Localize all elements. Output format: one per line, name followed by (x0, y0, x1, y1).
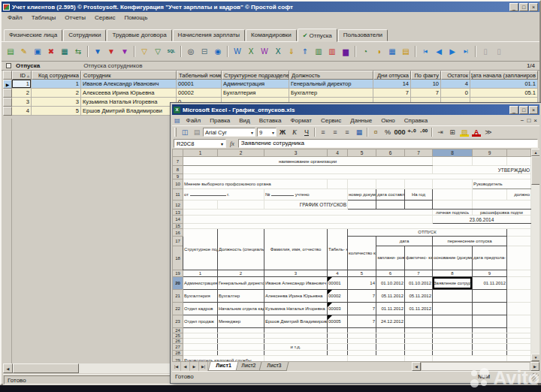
tab-Отпуска[interactable]: ✔Отпуска (298, 29, 337, 42)
sheet-cell[interactable] (183, 344, 218, 351)
sheet-cell[interactable]: 7 (348, 315, 376, 328)
sheet-cell[interactable] (433, 339, 473, 344)
menu-item-Сервис[interactable]: Сервис (316, 116, 346, 125)
sheet-cell[interactable] (183, 210, 433, 216)
menu-item-Данные[interactable]: Данные (346, 116, 376, 125)
excel-minimize-button[interactable]: _ (509, 106, 518, 114)
sheet-cell[interactable] (328, 351, 348, 356)
sheet-cell[interactable]: 3 (264, 270, 328, 277)
nav-next-icon[interactable]: ▶ (446, 46, 458, 58)
sheet-cell[interactable] (264, 351, 328, 356)
cell-etc[interactable]: и т.д. (264, 344, 328, 351)
sheet-cell[interactable] (433, 328, 473, 333)
row-header[interactable]: 28 (173, 351, 183, 356)
sheet-cell[interactable] (328, 333, 348, 339)
sheet-cell[interactable]: 7 (348, 290, 376, 303)
delete-record-icon[interactable]: ✖ (45, 46, 57, 58)
reminder-icon[interactable]: ◔ (359, 46, 371, 58)
sheet-cell[interactable]: Отдел кадров (183, 303, 218, 315)
doc-minimize-button[interactable]: − (521, 117, 524, 124)
menu-item-Отчеты[interactable]: Отчеты (60, 14, 90, 22)
column-header-2[interactable]: Сотрудник (81, 71, 177, 80)
row-selector[interactable] (3, 107, 12, 116)
cell-schedule-title[interactable]: ГРАФИК ОТПУСКОВ (264, 201, 348, 210)
name-box[interactable]: R20C8 ▾ (174, 139, 226, 148)
sheet-cell[interactable] (183, 201, 218, 210)
sheet-cell[interactable] (473, 290, 507, 303)
sheet-cell[interactable] (433, 179, 473, 189)
column-header[interactable]: 1 (183, 149, 218, 157)
sheet-cell[interactable] (405, 344, 433, 351)
table-cell[interactable]: Кузьмина Наталья Игоревна (81, 98, 177, 107)
row-header[interactable]: 24 (173, 328, 183, 333)
row-header[interactable]: 10 (173, 179, 183, 189)
menu-item-Сервис[interactable]: Сервис (90, 14, 119, 22)
excel-close-button[interactable]: × (529, 106, 538, 114)
sheet-cell[interactable] (507, 270, 531, 277)
table-cell[interactable]: Бухгалтер (289, 89, 373, 98)
sheet-cell[interactable]: 00002 (328, 290, 348, 303)
import-icon[interactable]: ⇓ (286, 46, 298, 58)
sheet-cell[interactable] (183, 174, 531, 179)
sheet-cell[interactable]: Администрация (183, 277, 218, 290)
sheet-cell[interactable]: 00003 (328, 303, 348, 315)
history-icon[interactable]: ◑ (373, 46, 385, 58)
sheet-cell[interactable] (348, 356, 405, 362)
sheet-cell[interactable] (473, 328, 507, 333)
sheet-cell[interactable]: Бухгалтерия (183, 290, 218, 303)
menu-item-Файл[interactable]: Файл (182, 116, 206, 125)
row-header[interactable]: 11 (173, 189, 183, 201)
filter-clear-icon[interactable]: ▼ (105, 46, 117, 58)
tab-Сотрудники[interactable]: Сотрудники (63, 29, 106, 41)
sheet-cell[interactable] (183, 166, 433, 174)
page-next-icon[interactable]: ▯ (493, 46, 505, 58)
scroll-right-icon[interactable]: ▶ (530, 362, 539, 371)
minimize-button[interactable]: _ (509, 3, 518, 11)
sheet-cell[interactable] (507, 351, 531, 356)
cell-num-line[interactable]: № учтено (264, 189, 348, 201)
table-cell[interactable]: 5 (32, 107, 81, 116)
sheet-cell[interactable] (328, 328, 348, 333)
sheet-cell[interactable] (473, 333, 507, 339)
fill-color-icon[interactable]: ▨ (459, 127, 470, 137)
sheet-cell[interactable] (507, 315, 531, 328)
row-selector[interactable] (3, 89, 12, 98)
tab-Трудовые договора[interactable]: Трудовые договора (107, 29, 171, 41)
tab-Командировки[interactable]: Командировки (246, 29, 297, 41)
row-header[interactable]: 22 (173, 303, 183, 315)
table-cell[interactable]: 0 (441, 89, 470, 98)
column-header[interactable]: 2 (218, 149, 264, 157)
table-cell[interactable]: 4 (12, 107, 32, 116)
grid-icon[interactable]: ▦ (386, 46, 398, 58)
sheet-cell[interactable] (376, 344, 405, 351)
doc-restore-button[interactable]: □ (527, 117, 530, 124)
sheet-cell[interactable]: Ершов Дмитрий Владимирович (264, 315, 328, 328)
table-cell[interactable]: 1 (32, 80, 81, 89)
scroll-up-icon[interactable]: ▲ (531, 149, 539, 156)
percent-icon[interactable]: % (382, 127, 393, 137)
scroll-left-icon[interactable]: ◀ (412, 362, 421, 371)
toolbar-options-icon[interactable]: ≫ (483, 127, 494, 137)
row-header[interactable]: 15 (173, 224, 183, 229)
save-icon[interactable]: ◫ (180, 127, 190, 137)
sheet-cell[interactable]: 00005 (328, 315, 348, 328)
column-header[interactable]: 5 (348, 149, 376, 157)
print-icon[interactable]: ⊟ (198, 46, 210, 58)
sheet-cell[interactable] (507, 356, 531, 362)
sheet-cell[interactable] (218, 333, 264, 339)
tab-Начисления зарплаты[interactable]: Начисления зарплаты (173, 29, 246, 41)
sheet-cell[interactable] (328, 339, 348, 344)
sheet-cell[interactable] (405, 315, 433, 328)
sheet-cell[interactable] (218, 351, 264, 356)
menu-item-Таблицы[interactable]: Таблицы (27, 14, 61, 22)
column-header[interactable]: 4 (328, 149, 348, 157)
cell-hdr-position[interactable]: Должность (специальность, профессия) по … (218, 229, 264, 270)
column-header[interactable]: 9 (473, 149, 507, 157)
merge-center-icon[interactable]: ▦ (354, 127, 364, 137)
sheet-cell[interactable]: 01.10.2012 (376, 277, 405, 290)
formula-input[interactable]: Заявление сотрудника (238, 139, 538, 148)
sheet-cell[interactable] (183, 333, 218, 339)
scroll-track[interactable] (421, 362, 530, 371)
cell-hdr-transfer-date[interactable]: дата предпола- гаемого отпуска (473, 246, 507, 270)
sheet-cell[interactable]: 1 (183, 270, 218, 277)
